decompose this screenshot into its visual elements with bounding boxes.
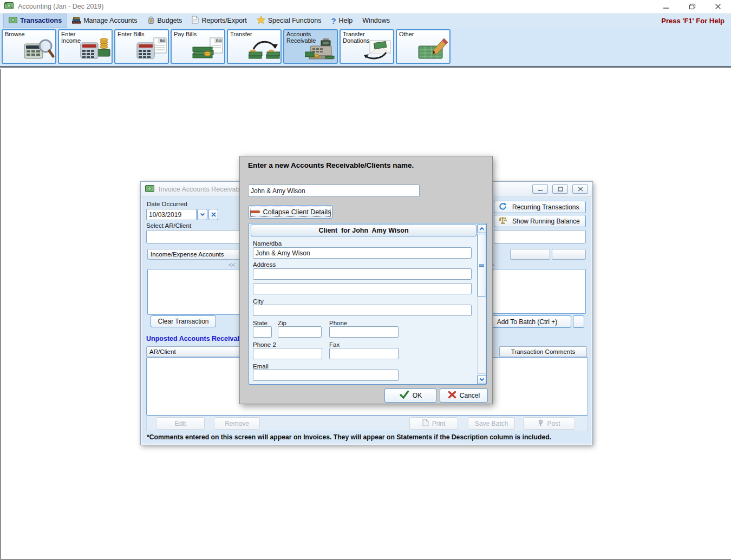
scrollbar-down-button[interactable]	[477, 375, 486, 384]
toolbar-browse-button[interactable]: Browse	[2, 29, 56, 64]
clear-transaction-button[interactable]: Clear Transaction	[151, 315, 216, 327]
toolbar-button-label: Pay Bills	[174, 31, 205, 38]
fax-label: Fax	[329, 341, 340, 348]
menu-item-label: Budgets	[158, 17, 182, 24]
toolbar: Browse Enter Income Enter Bills Bill Pay…	[0, 28, 731, 68]
cash-register-icon	[305, 37, 336, 62]
calculator-bill-icon: Bill	[136, 37, 167, 62]
client-panel-header: Client for John Amy Wison	[251, 225, 477, 236]
report-icon	[192, 16, 199, 25]
right-column-header[interactable]	[510, 249, 550, 260]
collapse-client-details-label: Collapse Client Details	[263, 208, 331, 216]
menu-windows[interactable]: Windows	[357, 14, 395, 28]
remove-label: Remove	[225, 420, 249, 427]
close-button[interactable]	[705, 0, 731, 13]
menu-reports-export[interactable]: Reports/Export	[187, 14, 251, 28]
transaction-comments-column-header[interactable]: Transaction Comments	[499, 346, 587, 357]
app-window: Accounting (Jan - Dec 2019) Transactions…	[0, 0, 731, 560]
cancel-label: Cancel	[460, 392, 480, 399]
toolbar-enter-income-button[interactable]: Enter Income	[58, 29, 113, 64]
scrollbar-grip	[479, 264, 484, 267]
menu-help[interactable]: ? Help	[326, 14, 357, 28]
state-input[interactable]	[253, 326, 272, 338]
menu-manage-accounts[interactable]: Manage Accounts	[67, 14, 142, 28]
right-column-header-2[interactable]	[552, 249, 586, 260]
city-input[interactable]	[253, 305, 472, 316]
ok-button[interactable]: OK	[384, 388, 436, 403]
books-icon	[72, 16, 81, 25]
toolbar-transfer-button[interactable]: Transfer	[227, 29, 282, 64]
address-input[interactable]	[253, 268, 472, 280]
toolbar-accounts-receivable-button[interactable]: Accounts Receivable	[283, 29, 338, 64]
phone-label: Phone	[329, 320, 347, 326]
save-batch-button[interactable]: Save Batch	[468, 417, 515, 430]
register-pencil-icon	[417, 37, 449, 62]
banknote-icon	[9, 17, 17, 25]
email-label: Email	[253, 363, 269, 370]
app-titlebar: Accounting (Jan - Dec 2019)	[0, 0, 731, 14]
collapse-client-details-button[interactable]: Collapse Client Details	[249, 205, 332, 219]
minimize-button[interactable]	[653, 0, 679, 13]
edit-button[interactable]: Edit	[156, 417, 205, 430]
date-clear-button[interactable]	[208, 209, 218, 220]
jar-icon	[147, 16, 155, 25]
date-dropdown-button[interactable]	[197, 209, 207, 220]
address-label: Address	[253, 261, 276, 268]
zip-label: Zip	[278, 320, 286, 326]
toolbar-enter-bills-button[interactable]: Enter Bills Bill	[114, 29, 169, 64]
add-to-batch-label: Add To Batch (Ctrl +)	[497, 318, 558, 326]
city-label: City	[253, 298, 264, 305]
fax-input[interactable]	[329, 348, 399, 359]
menu-transactions[interactable]: Transactions	[3, 14, 67, 28]
ok-label: OK	[413, 392, 422, 399]
toolbar-transfer-donations-button[interactable]: Transfer Donations	[340, 29, 394, 64]
toolbar-pay-bills-button[interactable]: Pay Bills Bill	[171, 29, 225, 64]
collapse-left-chevrons[interactable]: <<	[229, 261, 235, 269]
show-running-balance-label: Show Running Balance	[512, 218, 580, 225]
refresh-icon	[499, 202, 507, 212]
edit-label: Edit	[175, 420, 186, 427]
menu-budgets[interactable]: Budgets	[142, 14, 187, 28]
phone-input[interactable]	[329, 326, 399, 338]
print-label: Print	[432, 420, 446, 427]
ar-right-input[interactable]	[494, 230, 586, 243]
cancel-button[interactable]: Cancel	[440, 388, 488, 403]
name-dba-input[interactable]	[253, 247, 472, 259]
calculator-magnifier-icon	[23, 37, 55, 62]
email-input[interactable]	[253, 370, 399, 381]
batch-extra-button[interactable]	[573, 315, 584, 328]
recurring-transactions-label: Recurring Transactions	[512, 203, 579, 211]
column-header-label: Transaction Comments	[511, 348, 575, 355]
restore-button[interactable]	[679, 0, 705, 13]
remove-button[interactable]: Remove	[214, 417, 260, 430]
x-icon	[448, 391, 456, 400]
new-client-name-input[interactable]	[248, 185, 420, 197]
zip-input[interactable]	[278, 326, 322, 338]
invoice-window-title: Invoice Accounts Receivable	[159, 186, 245, 193]
date-occurred-input[interactable]	[146, 209, 197, 220]
address2-input[interactable]	[253, 283, 472, 294]
invoice-maximize-button[interactable]	[552, 185, 568, 194]
menu-special-functions[interactable]: Special Functions	[252, 14, 327, 28]
app-window-controls	[653, 0, 731, 13]
post-button[interactable]: Post	[523, 417, 575, 430]
toolbar-button-label: Browse	[5, 31, 36, 38]
scrollbar-thumb[interactable]	[477, 234, 486, 297]
collapse-dash-icon	[250, 210, 260, 213]
envelope-transfer-icon	[361, 37, 393, 62]
state-label: State	[253, 320, 267, 326]
invoice-close-button[interactable]	[572, 185, 588, 194]
recurring-transactions-button[interactable]: Recurring Transactions	[494, 201, 586, 213]
print-button[interactable]: Print	[409, 417, 458, 430]
invoice-minimize-button[interactable]	[532, 185, 548, 194]
show-running-balance-button[interactable]: Show Running Balance	[494, 215, 586, 227]
add-to-batch-button[interactable]: Add To Batch (Ctrl +)	[483, 315, 571, 328]
toolbar-other-button[interactable]: Other	[396, 29, 451, 64]
phone2-input[interactable]	[253, 348, 322, 359]
money-bill-icon: Bill	[192, 37, 224, 62]
banknote-icon	[4, 2, 14, 11]
toolbar-button-label: Enter Bills	[118, 31, 149, 38]
calculator-coins-icon	[80, 37, 111, 62]
right-list[interactable]	[493, 269, 586, 314]
scrollbar-up-button[interactable]	[477, 224, 486, 233]
